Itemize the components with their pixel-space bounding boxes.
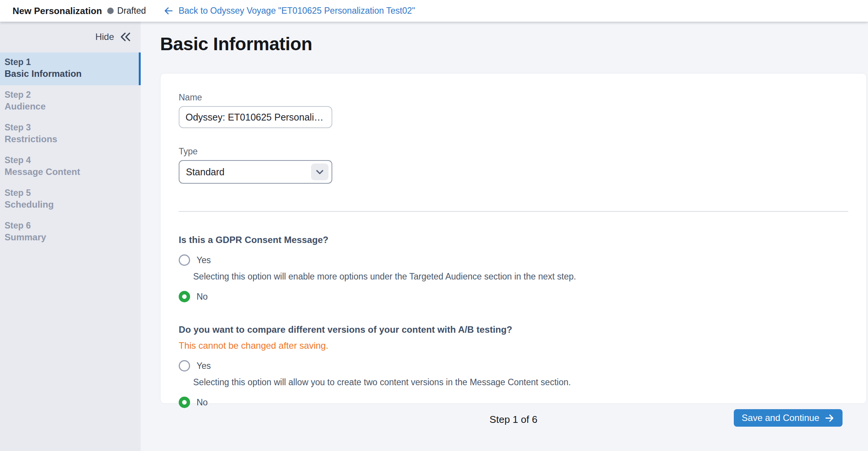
gdpr-yes-option[interactable]: Yes bbox=[179, 254, 848, 266]
sidebar-item-audience[interactable]: Step 2 Audience bbox=[0, 85, 141, 118]
step-list: Step 1 Basic Information Step 2 Audience… bbox=[0, 52, 141, 249]
wizard-footer: Step 1 of 6 Save and Continue bbox=[160, 404, 867, 451]
hide-label: Hide bbox=[95, 32, 114, 42]
step-label: Summary bbox=[5, 231, 135, 243]
type-select[interactable]: Standard bbox=[179, 160, 332, 184]
page-title: Basic Information bbox=[160, 33, 867, 55]
top-bar: New Personalization Drafted Back to Odys… bbox=[0, 0, 868, 22]
back-link-label: Back to Odyssey Voyage "ET010625 Persona… bbox=[179, 6, 415, 16]
radio-unchecked-icon[interactable] bbox=[179, 360, 190, 372]
step-number: Step 3 bbox=[5, 122, 135, 133]
step-label: Restrictions bbox=[5, 133, 135, 145]
main-content: Basic Information Name Type Standard Is … bbox=[141, 22, 868, 451]
ab-yes-option[interactable]: Yes bbox=[179, 360, 848, 372]
name-field-group: Name bbox=[179, 92, 848, 128]
type-select-chevron-button[interactable] bbox=[311, 164, 328, 180]
gdpr-yes-label: Yes bbox=[197, 255, 211, 265]
status-dot-icon bbox=[107, 8, 114, 14]
step-number: Step 6 bbox=[5, 220, 135, 231]
step-number: Step 5 bbox=[5, 187, 135, 199]
name-label: Name bbox=[179, 92, 848, 103]
chevrons-left-icon bbox=[120, 32, 131, 42]
sidebar-item-restrictions[interactable]: Step 3 Restrictions bbox=[0, 118, 141, 151]
ab-testing-warning: This cannot be changed after saving. bbox=[179, 340, 848, 351]
type-select-value: Standard bbox=[179, 167, 311, 178]
save-and-continue-button[interactable]: Save and Continue bbox=[734, 409, 843, 427]
step-number: Step 4 bbox=[5, 154, 135, 166]
gdpr-yes-helper: Selecting this option will enable more o… bbox=[193, 272, 848, 282]
ab-yes-helper: Selecting this option will allow you to … bbox=[193, 377, 848, 387]
wizard-sidebar: Hide Step 1 Basic Information Step 2 Aud… bbox=[0, 22, 141, 451]
back-arrow-icon bbox=[163, 6, 174, 16]
back-link[interactable]: Back to Odyssey Voyage "ET010625 Persona… bbox=[163, 6, 415, 16]
step-label: Basic Information bbox=[5, 68, 133, 79]
name-input[interactable] bbox=[179, 106, 332, 128]
radio-checked-icon[interactable] bbox=[179, 291, 190, 302]
arrow-right-icon bbox=[824, 413, 835, 423]
type-label: Type bbox=[179, 146, 848, 157]
sidebar-item-message-content[interactable]: Step 4 Message Content bbox=[0, 151, 141, 183]
ab-testing-question: Do you want to compare different version… bbox=[179, 324, 848, 335]
gdpr-no-label: No bbox=[197, 292, 208, 302]
basic-information-card: Name Type Standard Is this a GDPR Consen… bbox=[160, 73, 867, 404]
ab-testing-question-block: Do you want to compare different version… bbox=[179, 324, 848, 408]
gdpr-no-option[interactable]: No bbox=[179, 291, 848, 302]
step-indicator: Step 1 of 6 bbox=[490, 414, 538, 426]
ab-yes-label: Yes bbox=[197, 361, 211, 371]
sidebar-item-scheduling[interactable]: Step 5 Scheduling bbox=[0, 183, 141, 216]
sidebar-item-summary[interactable]: Step 6 Summary bbox=[0, 216, 141, 249]
chevron-down-icon bbox=[315, 167, 325, 177]
gdpr-question: Is this a GDPR Consent Message? bbox=[179, 235, 848, 245]
gdpr-question-block: Is this a GDPR Consent Message? Yes Sele… bbox=[179, 235, 848, 302]
save-button-label: Save and Continue bbox=[742, 413, 819, 423]
step-label: Message Content bbox=[5, 166, 135, 178]
step-label: Scheduling bbox=[5, 199, 135, 210]
window-title: New Personalization bbox=[13, 6, 102, 16]
hide-sidebar-button[interactable]: Hide bbox=[0, 22, 141, 42]
radio-unchecked-icon[interactable] bbox=[179, 254, 190, 266]
type-field-group: Type Standard bbox=[179, 146, 848, 184]
step-number: Step 1 bbox=[5, 56, 133, 68]
sidebar-item-basic-information[interactable]: Step 1 Basic Information bbox=[0, 52, 141, 85]
section-divider bbox=[179, 211, 848, 212]
step-label: Audience bbox=[5, 100, 135, 112]
status-badge: Drafted bbox=[117, 6, 146, 16]
step-number: Step 2 bbox=[5, 89, 135, 100]
